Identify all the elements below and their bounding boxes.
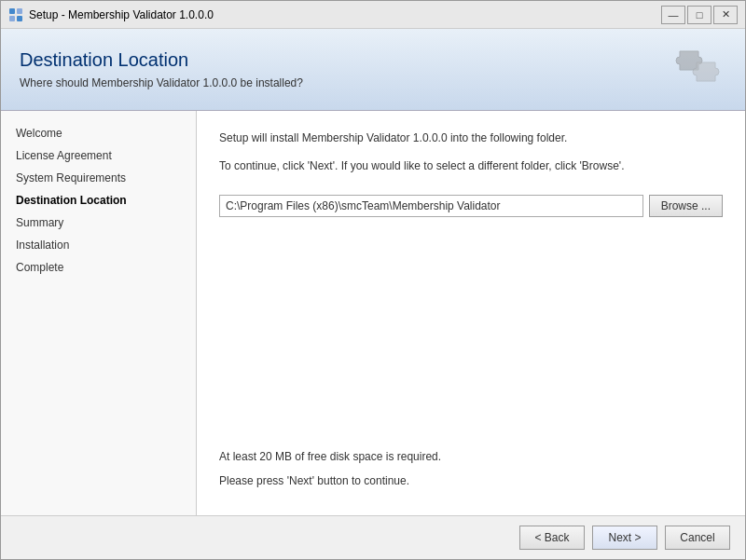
content-area: Welcome License Agreement System Require… <box>1 111 745 515</box>
next-button[interactable]: Next > <box>592 526 657 550</box>
disk-info: At least 20 MB of free disk space is req… <box>219 439 723 497</box>
sidebar-item-summary[interactable]: Summary <box>1 212 196 234</box>
svg-rect-2 <box>9 16 15 21</box>
folder-row: Browse ... <box>219 195 723 217</box>
intro-text: Setup will install Membership Validator … <box>219 130 723 146</box>
sidebar-item-sysreq[interactable]: System Requirements <box>1 167 196 189</box>
svg-rect-1 <box>17 8 22 14</box>
header-subtitle: Where should Membership Validator 1.0.0.… <box>20 76 303 89</box>
app-icon <box>8 7 23 22</box>
header-section: Destination Location Where should Member… <box>1 29 745 111</box>
sidebar-item-destination[interactable]: Destination Location <box>1 189 196 212</box>
disk-space-text: At least 20 MB of free disk space is req… <box>219 448 723 465</box>
title-bar: Setup - Membership Validator 1.0.0.0 — □… <box>1 1 745 29</box>
maximize-button[interactable]: □ <box>687 6 711 24</box>
press-next-text: Please press 'Next' button to continue. <box>219 472 723 489</box>
sidebar-item-installation[interactable]: Installation <box>1 234 196 256</box>
svg-rect-3 <box>17 16 22 21</box>
cancel-button[interactable]: Cancel <box>665 526 730 550</box>
close-button[interactable]: ✕ <box>713 6 738 24</box>
content-spacer <box>219 232 723 439</box>
window-controls: — □ ✕ <box>661 6 738 24</box>
back-button[interactable]: < Back <box>519 526 585 550</box>
header-text: Destination Location Where should Member… <box>20 49 303 89</box>
footer: < Back Next > Cancel <box>1 515 745 559</box>
svg-rect-0 <box>9 8 15 14</box>
instruction-text: To continue, click 'Next'. If you would … <box>219 157 723 174</box>
sidebar: Welcome License Agreement System Require… <box>1 111 197 515</box>
main-content: Setup will install Membership Validator … <box>197 111 745 515</box>
sidebar-item-complete[interactable]: Complete <box>1 256 196 279</box>
folder-path-input[interactable] <box>219 195 643 217</box>
minimize-button[interactable]: — <box>661 6 685 24</box>
setup-window: Setup - Membership Validator 1.0.0.0 — □… <box>0 0 746 560</box>
sidebar-item-license[interactable]: License Agreement <box>1 144 196 167</box>
header-title: Destination Location <box>20 49 303 71</box>
browse-button[interactable]: Browse ... <box>649 195 723 217</box>
puzzle-icon <box>670 44 726 95</box>
window-title: Setup - Membership Validator 1.0.0.0 <box>29 8 661 21</box>
sidebar-item-welcome[interactable]: Welcome <box>1 122 196 144</box>
